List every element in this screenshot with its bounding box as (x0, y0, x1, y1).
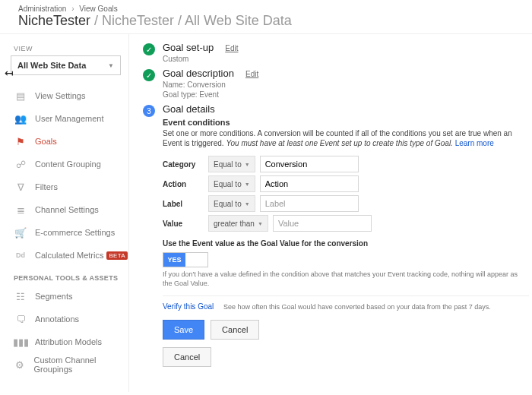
sidebar-item-segments[interactable]: ☷ Segments (9, 285, 128, 308)
step-goal-setup: ✓ Goal set-up Edit Custom (143, 42, 529, 63)
outer-cancel-button[interactable]: Cancel (163, 347, 211, 367)
sidebar-item-user-management[interactable]: 👥 User Management (9, 107, 128, 130)
view-selector[interactable]: All Web Site Data ▼ (11, 55, 121, 75)
condition-label: Category (163, 160, 208, 169)
view-selector-value: All Web Site Data (17, 61, 86, 70)
edit-link[interactable]: Edit (225, 44, 238, 52)
sidebar-item-label: Custom Channel Groupings (34, 356, 129, 374)
condition-label: Value (163, 220, 208, 228)
learn-more-link[interactable]: Learn more (455, 139, 494, 147)
step-title: Goal set-up (163, 42, 214, 53)
sidebar-item-label: User Management (35, 114, 104, 123)
users-icon: 👥 (14, 112, 27, 125)
gear-icon: ⚙ (14, 358, 27, 371)
sidebar-item-label: Channel Settings (35, 205, 99, 214)
goal-value-note: If you don't have a value defined in the… (163, 270, 529, 288)
sidebar-item-custom-channel[interactable]: ⚙ Custom Channel Groupings (9, 353, 128, 376)
sidebar-item-label: Content Grouping (35, 160, 101, 169)
flag-icon: ⚑ (14, 134, 27, 148)
step-subtext-type: Goal type: Event (163, 90, 529, 99)
save-button[interactable]: Save (163, 320, 204, 340)
sidebar-section-label: VIEW (14, 45, 128, 52)
operator-select[interactable]: Equal to▼ (208, 195, 255, 212)
funnel-icon: ∇ (14, 180, 27, 194)
condition-input[interactable] (273, 215, 372, 232)
step-goal-details: 3 Goal details Event conditions Set one … (143, 103, 529, 367)
condition-input[interactable] (260, 156, 359, 172)
sidebar-item-calculated-metrics[interactable]: Dd Calculated Metrics BETA (9, 244, 128, 267)
condition-input[interactable] (260, 195, 359, 212)
condition-row-label: Label Equal to▼ (163, 195, 529, 212)
sidebar-item-label: View Settings (35, 91, 85, 100)
operator-select[interactable]: greater than▼ (208, 215, 268, 232)
verify-link[interactable]: Verify this Goal (163, 302, 214, 311)
caret-down-icon: ▼ (245, 201, 250, 207)
sidebar-item-ecommerce[interactable]: 🛒 E-commerce Settings (9, 221, 128, 244)
goal-value-toggle[interactable]: YES (163, 252, 208, 267)
breadcrumb-admin[interactable]: Administration (18, 5, 66, 13)
bars-icon: ▮▮▮ (14, 335, 27, 349)
cancel-button[interactable]: Cancel (211, 320, 259, 340)
sidebar-item-channel-settings[interactable]: ≣ Channel Settings (9, 198, 128, 221)
breadcrumb-view-goals[interactable]: View Goals (79, 5, 117, 13)
step-title: Goal details (163, 103, 215, 115)
condition-row-category: Category Equal to▼ (163, 156, 529, 172)
back-button[interactable]: ↤ (0, 64, 18, 82)
outer-buttons: Cancel (163, 347, 529, 367)
toggle-yes: YES (163, 253, 185, 267)
document-icon: ▤ (14, 89, 27, 103)
operator-select[interactable]: Equal to▼ (208, 175, 255, 192)
title-path: / NicheTester / All Web Site Data (90, 13, 292, 28)
chevron-down-icon: ▼ (108, 62, 114, 69)
operator-select[interactable]: Equal to▼ (208, 156, 255, 172)
sidebar-item-filters[interactable]: ∇ Filters (9, 175, 128, 198)
condition-row-value: Value greater than▼ (163, 215, 529, 232)
event-conditions-title: Event conditions (163, 118, 529, 127)
check-icon: ✓ (143, 43, 155, 55)
step-subtext: Custom (163, 55, 529, 63)
step-subtext-name: Name: Conversion (163, 81, 529, 89)
edit-link[interactable]: Edit (245, 70, 258, 78)
sidebar-item-label: Segments (35, 292, 73, 301)
goal-value-question: Use the Event value as the Goal Value fo… (163, 239, 529, 248)
title-property: NicheTester (18, 13, 90, 28)
segments-icon: ☷ (14, 289, 27, 303)
step-title: Goal description (163, 68, 234, 79)
sidebar-item-label: Annotations (35, 314, 79, 324)
sidebar-item-attribution[interactable]: ▮▮▮ Attribution Models (9, 330, 128, 353)
main-content: ✓ Goal set-up Edit Custom ✓ Goal descrip… (129, 34, 532, 392)
sidebar-item-view-settings[interactable]: ▤ View Settings (9, 84, 128, 107)
toggle-off (185, 253, 207, 267)
app-root: Administration › View Goals NicheTester … (0, 0, 532, 395)
breadcrumb: Administration › View Goals (0, 0, 532, 13)
speech-icon: 🗨 (14, 312, 27, 326)
verify-text: See how often this Goal would have conve… (223, 303, 491, 311)
condition-row-action: Action Equal to▼ (163, 175, 529, 192)
page-title: NicheTester / NicheTester / All Web Site… (0, 13, 532, 33)
sidebar-item-label: E-commerce Settings (35, 228, 115, 237)
body: VIEW All Web Site Data ▼ ▤ View Settings… (0, 33, 532, 392)
condition-label: Action (163, 180, 208, 188)
sidebar-item-annotations[interactable]: 🗨 Annotations (9, 308, 128, 330)
sidebar-item-content-grouping[interactable]: ☍ Content Grouping (9, 153, 128, 175)
sidebar-item-label: Filters (35, 182, 58, 191)
sidebar-item-goals[interactable]: ⚑ Goals (9, 130, 128, 153)
sidebar-tools: ☷ Segments 🗨 Annotations ▮▮▮ Attribution… (9, 285, 128, 376)
divider (163, 295, 529, 296)
sidebar-item-label: Goals (35, 137, 57, 146)
verify-row: Verify this Goal See how often this Goal… (163, 302, 529, 311)
grouping-icon: ☍ (14, 157, 27, 171)
check-icon: ✓ (143, 69, 155, 81)
event-conditions-text: Set one or more conditions. A conversion… (163, 128, 529, 148)
sidebar-tools-header: PERSONAL TOOLS & ASSETS (14, 274, 128, 282)
beta-badge: BETA (106, 251, 128, 260)
condition-input[interactable] (260, 175, 359, 192)
caret-down-icon: ▼ (258, 221, 263, 226)
caret-down-icon: ▼ (245, 182, 250, 187)
sidebar-nav: ▤ View Settings 👥 User Management ⚑ Goal… (9, 84, 128, 267)
sidebar: VIEW All Web Site Data ▼ ▤ View Settings… (0, 34, 129, 392)
dd-icon: Dd (14, 248, 27, 262)
cart-icon: 🛒 (14, 226, 27, 239)
condition-label: Label (163, 200, 208, 208)
caret-down-icon: ▼ (245, 162, 250, 167)
